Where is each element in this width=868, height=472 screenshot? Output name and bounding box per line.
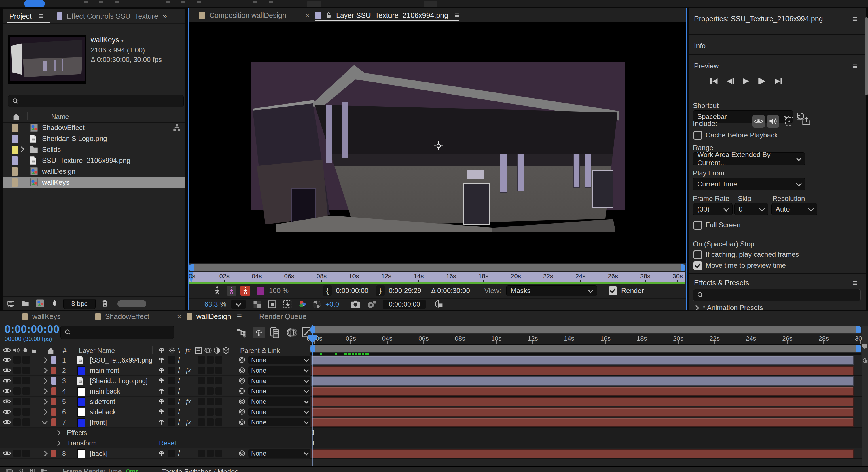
adjustment-layer-icon[interactable] [213, 347, 221, 355]
column-layer-name[interactable]: Layer Name [79, 347, 115, 355]
rotobrush-icon[interactable] [227, 286, 237, 296]
effects-list-item[interactable]: * Animation Presets [689, 302, 866, 310]
timeline-ruler[interactable]: 0:00s02s04s06s08s10s12s14s16s18s20s22s24… [310, 334, 861, 345]
comp-button-icon[interactable] [862, 358, 868, 364]
next-frame-button[interactable] [757, 76, 767, 86]
label-color-swatch[interactable] [51, 397, 57, 406]
layer-name[interactable]: main front [90, 367, 119, 375]
switch-well[interactable] [215, 408, 222, 415]
expand-layer-pane-icon[interactable] [5, 468, 13, 472]
parent-pickwhip-icon[interactable] [239, 398, 245, 405]
new-composition-icon[interactable] [36, 299, 44, 307]
lock-icon[interactable] [325, 11, 332, 19]
reset-link[interactable]: Reset [159, 439, 176, 447]
layer-row[interactable]: 5sidefront/fxNone [0, 396, 310, 407]
label-color-swatch[interactable] [11, 135, 18, 143]
switch-well[interactable] [13, 449, 21, 457]
eye-icon[interactable] [3, 409, 11, 415]
switch-well[interactable] [13, 387, 21, 395]
tab-menu-icon[interactable]: ≡ [237, 312, 242, 321]
switch-well[interactable] [215, 449, 222, 457]
switch-well[interactable] [23, 387, 30, 395]
property-group-label[interactable]: Effects [67, 429, 87, 437]
effects-search-input[interactable] [693, 289, 861, 301]
cache-before-playback-checkbox[interactable] [693, 131, 702, 140]
quality-switch[interactable]: / [178, 449, 180, 458]
move-time-checkbox[interactable] [693, 261, 702, 270]
project-item[interactable]: wallDesign [3, 166, 185, 177]
work-area-bar[interactable] [310, 345, 861, 353]
switch-well[interactable] [198, 366, 205, 374]
label-tag-icon[interactable] [12, 113, 20, 121]
include-video-button[interactable] [752, 115, 765, 128]
switch-well[interactable] [198, 387, 205, 395]
layer-duration-bar[interactable] [311, 376, 854, 386]
switch-well[interactable] [198, 408, 205, 415]
in-time[interactable]: 0:00:00:00 [336, 287, 368, 295]
panel-menu-icon[interactable]: ≡ [852, 15, 858, 23]
label-color-swatch[interactable] [51, 449, 57, 457]
window-scrollbar-thumb[interactable] [865, 17, 868, 95]
out-point-button[interactable]: } [376, 285, 385, 296]
region-of-interest-icon[interactable] [268, 300, 276, 308]
quality-switch[interactable]: / [178, 377, 180, 385]
parent-pickwhip-icon[interactable] [239, 388, 245, 394]
view-dropdown[interactable]: Masks [506, 285, 597, 296]
preview-menu-icon[interactable]: ≡ [852, 62, 858, 70]
parent-pickwhip-icon[interactable] [239, 367, 245, 374]
shy-icon[interactable] [158, 388, 165, 394]
layer-row[interactable]: 4main back/None [0, 386, 310, 396]
parent-pickwhip-icon[interactable] [239, 356, 245, 363]
column-number[interactable]: # [63, 347, 66, 355]
label-tag-icon[interactable] [46, 347, 55, 356]
switch-well[interactable] [207, 449, 214, 457]
layer-name[interactable]: [back] [90, 450, 107, 458]
project-item-name[interactable]: wallDesign [42, 168, 75, 176]
property-group-row[interactable]: Effects [0, 427, 310, 438]
collapse-transformations-icon[interactable] [168, 347, 176, 355]
layer-duration-bar[interactable] [311, 356, 854, 365]
expand-inout-pane-icon[interactable] [18, 468, 25, 472]
scrollbar-thumb[interactable] [118, 300, 146, 307]
expander-chevron-icon[interactable] [42, 400, 46, 405]
switch-well[interactable] [168, 366, 175, 374]
tab-render-queue[interactable]: Render Queue [259, 312, 306, 321]
composition-mini-flowchart-icon[interactable] [237, 328, 248, 338]
property-group-label[interactable]: Transform [67, 439, 97, 447]
switch-well[interactable] [168, 408, 175, 415]
frame-blend-column-icon[interactable] [195, 347, 202, 355]
eye-icon[interactable] [3, 357, 11, 363]
layer-track-row[interactable] [310, 448, 862, 459]
am-fm-icon[interactable] [40, 468, 48, 472]
eye-icon[interactable] [3, 398, 11, 405]
switch-well[interactable] [168, 418, 175, 426]
layer-track-row[interactable] [310, 355, 862, 365]
layer-row[interactable]: 6sideback/None [0, 407, 310, 417]
layer-track-row[interactable] [310, 376, 862, 386]
layer-duration-bar[interactable] [311, 449, 854, 458]
bit-depth-button[interactable]: 8 bpc [63, 298, 96, 309]
layer-row[interactable]: 1[SSU_Te...6x994.png]/None [0, 355, 310, 365]
switch-well[interactable] [23, 356, 30, 364]
expander-chevron-icon[interactable] [42, 451, 46, 457]
parent-link-dropdown[interactable]: None [248, 366, 311, 375]
trash-icon[interactable] [101, 299, 109, 307]
out-time[interactable]: 0:00:29:29 [389, 287, 421, 295]
selected-item-title[interactable]: wallKeys ▾ [91, 36, 124, 44]
switch-well[interactable] [215, 366, 222, 374]
label-color-swatch[interactable] [51, 356, 57, 364]
tab-effect-controls[interactable]: Effect Controls SSU_Texture_2106x9 [66, 12, 161, 21]
switch-well[interactable] [13, 418, 21, 426]
expander-chevron-icon[interactable] [42, 389, 46, 394]
solo-icon[interactable] [23, 348, 28, 354]
switch-well[interactable] [198, 449, 205, 457]
eye-icon[interactable] [3, 388, 11, 394]
shy-icon[interactable] [158, 367, 165, 374]
expander-chevron-icon[interactable] [42, 358, 46, 363]
layer-duration-bar[interactable] [311, 366, 854, 375]
label-color-swatch[interactable] [51, 408, 57, 416]
skip-dropdown[interactable]: 0 [734, 203, 768, 215]
expand-render-pane-icon[interactable] [29, 468, 36, 472]
switch-well[interactable] [198, 397, 205, 405]
draft3d-ghost-button[interactable] [253, 327, 265, 338]
